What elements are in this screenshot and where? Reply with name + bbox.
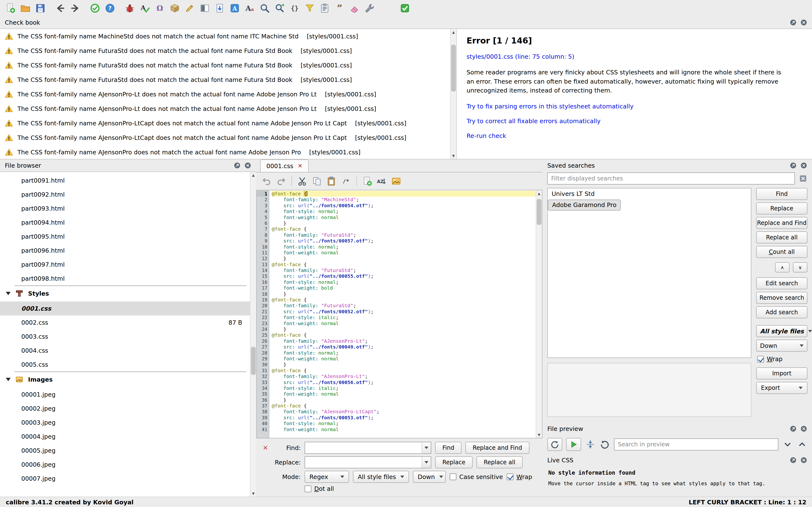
check-result-row[interactable]: The CSS font-family name AJensonPro-LtCa… <box>0 130 450 145</box>
search-replace-button[interactable] <box>273 2 286 15</box>
scroll-down-arrow[interactable]: ▼ <box>451 153 456 159</box>
import-searches-button[interactable]: Import <box>756 368 807 380</box>
code-line[interactable]: font-style: italic; <box>272 315 536 320</box>
check-result-row[interactable]: The CSS font-family name FuturaStd does … <box>0 44 450 58</box>
replace-history-dropdown[interactable] <box>421 457 431 468</box>
code-line[interactable]: } <box>272 256 536 261</box>
cut-button[interactable] <box>296 175 309 188</box>
close-file-browser-button[interactable] <box>244 162 251 169</box>
undock-file-preview-button[interactable] <box>790 425 797 432</box>
preview-find-next-button[interactable] <box>782 439 793 450</box>
close-find-panel-button[interactable]: ✕ <box>261 444 270 451</box>
search-in-preview-input[interactable] <box>614 438 778 450</box>
find-history-dropdown[interactable] <box>421 442 431 453</box>
undock-live-css-button[interactable] <box>790 456 797 464</box>
code-editor[interactable]: 1234567891011121314151617181920212223242… <box>256 190 543 438</box>
copy-button[interactable] <box>310 175 323 188</box>
tab-close-icon[interactable]: ✕ <box>298 163 302 169</box>
code-line[interactable]: font-style: normal; <box>272 244 536 250</box>
code-line[interactable]: font-weight: normal <box>272 356 536 361</box>
file-row[interactable]: 00007.jpeg <box>0 471 250 486</box>
arrange-files-button[interactable] <box>168 2 181 15</box>
filter-button[interactable] <box>303 2 316 15</box>
dot-all-checkbox[interactable]: Dot all <box>305 485 334 492</box>
ss-count-all-button[interactable]: Count all <box>756 246 807 258</box>
file-row[interactable]: 00004.jpeg <box>0 430 250 444</box>
code-line[interactable]: src: url("../fonts/00056.otf"); <box>272 380 536 385</box>
code-line[interactable]: font-weight: normal <box>272 250 536 256</box>
images-section-row[interactable]: Images <box>0 372 250 387</box>
file-row[interactable]: 0004.css <box>0 343 250 357</box>
search-button[interactable] <box>258 2 271 15</box>
styles-section-row[interactable]: Styles <box>0 285 250 301</box>
code-line[interactable]: font-family: "FuturaStd"; <box>272 267 536 273</box>
code-line[interactable]: font-style: normal; <box>272 420 536 426</box>
check-book-button[interactable] <box>89 2 102 15</box>
find-input[interactable] <box>305 442 421 453</box>
file-row[interactable]: part0091.html <box>0 173 250 187</box>
code-line[interactable]: font-style: normal; <box>272 209 536 214</box>
code-line[interactable]: src: url("../fonts/00057.otf"); <box>272 238 536 244</box>
clear-filter-button[interactable] <box>799 174 807 183</box>
close-live-css-button[interactable] <box>800 456 807 464</box>
code-line[interactable]: font-weight: normal <box>272 321 536 326</box>
ss-replace-and-find-button[interactable]: Replace and Find <box>756 217 807 229</box>
ss-find-button[interactable]: Find <box>756 188 807 200</box>
code-line[interactable]: @font-face { <box>272 332 536 338</box>
direction-select[interactable]: Down <box>413 471 446 483</box>
debug-bug-button[interactable] <box>123 2 136 15</box>
go-back-button[interactable] <box>54 2 67 15</box>
code-line[interactable]: src: url("../fonts/00053.otf"); <box>272 415 536 420</box>
code-line[interactable]: } <box>272 397 536 403</box>
code-line[interactable]: font-weight: normal <box>272 427 536 432</box>
import-file-button[interactable] <box>213 2 226 15</box>
code-line[interactable]: src: url("../fonts/00049.otf"); <box>272 344 536 350</box>
add-search-button[interactable]: Add search <box>756 306 807 318</box>
tab-0001-css[interactable]: 0001.css ✕ <box>260 159 309 172</box>
code-line[interactable]: font-style: normal; <box>272 279 536 285</box>
replace-input[interactable] <box>305 457 421 468</box>
sortaz-button[interactable]: AZ <box>375 175 388 188</box>
export-searches-button[interactable]: Export <box>756 382 807 394</box>
find-button[interactable]: Find <box>435 442 461 454</box>
ss-replace-button[interactable]: Replace <box>756 203 807 215</box>
code-line[interactable]: font-weight: normal <box>272 215 536 220</box>
collapse-arrow-icon[interactable] <box>6 292 11 295</box>
file-row[interactable]: 00003.jpeg <box>0 415 250 430</box>
code-line[interactable]: font-style: normal; <box>272 350 536 356</box>
open-book-button[interactable] <box>19 2 32 15</box>
file-row[interactable]: part0096.html <box>0 243 250 258</box>
undo-button[interactable] <box>260 175 273 188</box>
close-file-preview-button[interactable] <box>800 425 807 432</box>
file-row[interactable]: part0093.html <box>0 202 250 216</box>
code-line[interactable]: src: url("../fonts/00055.otf"); <box>272 273 536 279</box>
check-result-row[interactable]: The CSS font-family name FuturaStd does … <box>0 72 450 87</box>
tools-button[interactable] <box>363 2 376 15</box>
ss-wrap-checkbox[interactable]: Wrap <box>757 355 807 362</box>
save-book-button[interactable] <box>34 2 47 15</box>
code-line[interactable]: font-family: "FuturaStd"; <box>272 303 536 308</box>
check-result-row[interactable]: The CSS font-family name FuturaStd does … <box>0 58 450 72</box>
saved-search-item[interactable]: Univers LT Std <box>548 188 751 200</box>
replace-and-find-button[interactable]: Replace and Find <box>465 442 529 454</box>
file-row[interactable]: part0092.html <box>0 187 250 202</box>
scrollbar-thumb[interactable] <box>537 199 542 225</box>
case-sensitive-checkbox[interactable]: Case sensitive <box>450 473 503 481</box>
code-braces-button[interactable]: {} <box>288 2 301 15</box>
file-row[interactable]: part0098.html <box>0 272 250 285</box>
fix-parsing-errors-link[interactable]: Try to fix parsing errors in this styles… <box>466 103 803 110</box>
go-forward-button[interactable] <box>69 2 82 15</box>
run-preview-button[interactable] <box>566 438 581 451</box>
undock-saved-searches-button[interactable] <box>790 162 797 169</box>
file-row[interactable]: part0095.html <box>0 229 250 243</box>
image-button[interactable] <box>390 175 403 188</box>
code-line[interactable]: @font-face { <box>272 191 536 196</box>
check-result-row[interactable]: The CSS font-family name AJensonPro-Lt d… <box>0 102 450 116</box>
file-row[interactable]: 0005.css <box>0 357 250 372</box>
code-line[interactable]: @font-face { <box>272 226 536 232</box>
file-row[interactable]: part0097.html <box>0 258 250 272</box>
file-row[interactable]: 0002.css87 B <box>0 316 250 330</box>
code-line[interactable]: @font-face { <box>272 403 536 409</box>
code-line[interactable]: } <box>272 326 536 332</box>
check-result-row[interactable]: The CSS font-family name AJensonPro does… <box>0 145 450 159</box>
